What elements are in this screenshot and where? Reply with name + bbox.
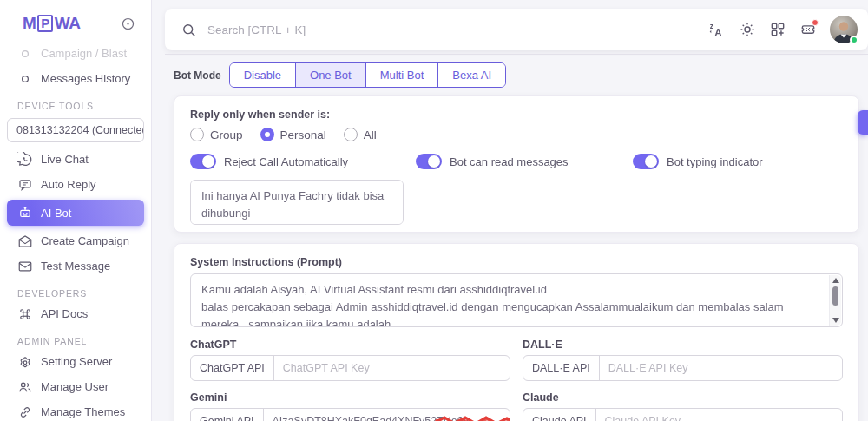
bot-mode-one-bot-button[interactable]: One Bot — [296, 63, 366, 87]
theme-sun-icon[interactable] — [739, 21, 756, 38]
sidebar-item-api-docs[interactable]: API Docs — [7, 304, 144, 324]
unavailable-message-textarea[interactable]: Ini hanya AI Punya Fachry tidak bisa dih… — [190, 180, 404, 225]
online-status-dot — [850, 36, 858, 44]
sidebar-item-manage-themes[interactable]: Manage Themes — [7, 402, 144, 421]
switch-knob — [202, 155, 214, 168]
app-logo[interactable]: MPWA — [23, 14, 80, 33]
radio-label: All — [364, 128, 377, 141]
sender-radio-group: Group Personal All — [190, 128, 843, 141]
sidebar-item-test-message[interactable]: Test Message — [7, 256, 144, 276]
chatgpt-prefix: ChatGPT API — [191, 356, 274, 380]
sidebar-item-create-campaign[interactable]: Create Campaign — [7, 231, 144, 251]
sidebar-item-label: Auto Reply — [41, 178, 96, 191]
sidebar-item-label: Create Campaign — [41, 234, 129, 247]
dalle-title: DALL·E — [523, 339, 843, 351]
bot-mode-disable-button[interactable]: Disable — [230, 63, 296, 87]
bot-toggles-row: Reject Call Automatically Bot can read m… — [190, 154, 843, 169]
dalle-prefix: DALL·E API — [523, 356, 600, 380]
sidebar-item-manage-user[interactable]: Manage User — [7, 377, 144, 397]
circle-icon — [17, 46, 33, 62]
envelope-open-icon — [17, 234, 33, 249]
svg-text:A: A — [715, 27, 722, 37]
toggle-read-messages[interactable]: Bot can read messages — [416, 154, 633, 169]
sidebar-header: MPWA — [0, 0, 151, 36]
user-avatar[interactable] — [830, 16, 858, 43]
claude-input-group: Claude API — [523, 408, 843, 421]
toggle-on-switch[interactable] — [633, 154, 659, 169]
gemini-api-key-input[interactable] — [264, 409, 510, 421]
toggle-typing-indicator[interactable]: Bot typing indicator — [633, 154, 763, 169]
chatgpt-field: ChatGPT ChatGPT API — [190, 339, 510, 381]
sidebar-item-label: Manage User — [41, 380, 108, 393]
search-icon — [181, 22, 197, 38]
system-prompt-textarea[interactable]: Kamu adalah Aisyah, AI Virtual Assistant… — [190, 273, 843, 327]
edge-floating-button[interactable] — [858, 110, 868, 135]
claude-api-key-input[interactable] — [596, 409, 842, 421]
sidebar-item-label: Messages History — [41, 72, 130, 85]
switch-knob — [645, 155, 657, 168]
radio-icon[interactable] — [344, 128, 358, 141]
prompt-wrap: Kamu adalah Aisyah, AI Virtual Assistant… — [190, 273, 843, 327]
radio-personal-option[interactable]: Personal — [260, 128, 326, 141]
gemini-prefix: Gemini API — [191, 409, 264, 421]
link-icon — [17, 405, 33, 420]
scrollbar-thumb[interactable] — [832, 286, 838, 306]
toggle-reject-call[interactable]: Reject Call Automatically — [190, 154, 416, 169]
users-icon — [17, 379, 33, 395]
sidebar-item-messages-history[interactable]: Messages History — [7, 69, 144, 89]
apps-grid-icon[interactable] — [769, 21, 786, 38]
scroll-down-arrow-icon[interactable] — [832, 318, 839, 323]
toggle-on-switch[interactable] — [190, 154, 216, 169]
dalle-field: DALL·E DALL·E API — [523, 339, 843, 381]
sidebar-item-setting-server[interactable]: Setting Server — [7, 352, 144, 372]
sidebar-item-live-chat[interactable]: Live Chat — [7, 149, 144, 169]
gemini-field: Gemini Gemini API — [190, 391, 510, 421]
topbar: zA — [165, 9, 868, 50]
sidebar-item-ai-bot[interactable]: AI Bot — [7, 200, 144, 226]
chat-bubble-icon — [17, 177, 33, 193]
bot-mode-bexa-ai-button[interactable]: Bexa AI — [438, 63, 505, 87]
switch-knob — [428, 155, 440, 168]
claude-field: Claude Claude API — [523, 391, 843, 421]
sidebar-item-label: Campaign / Blast — [41, 47, 127, 60]
search-input[interactable] — [207, 23, 708, 36]
toggle-label: Bot can read messages — [450, 155, 569, 168]
chatgpt-api-key-input[interactable] — [274, 356, 510, 380]
sidebar-collapse-icon[interactable] — [121, 16, 135, 31]
gemini-input-group: Gemini API — [190, 408, 510, 421]
radio-group-option[interactable]: Group — [190, 128, 243, 141]
logo-letter-p: P — [37, 15, 53, 32]
toggle-label: Reject Call Automatically — [224, 155, 348, 168]
sidebar-item-label: AI Bot — [41, 207, 71, 220]
sidebar-item-label: Manage Themes — [41, 405, 125, 418]
main-area: zA Bot Mode Disable One Bot Multi Bot — [152, 0, 868, 421]
radio-label: Personal — [280, 128, 326, 141]
bot-mode-label: Bot Mode — [174, 69, 221, 82]
sidebar-item-label: API Docs — [41, 307, 88, 320]
topbar-divider — [165, 54, 868, 55]
bot-mode-multi-bot-button[interactable]: Multi Bot — [366, 63, 439, 87]
robot-icon — [17, 205, 33, 220]
global-search[interactable] — [181, 22, 708, 38]
radio-all-option[interactable]: All — [344, 128, 377, 141]
sidebar-item-auto-reply[interactable]: Auto Reply — [7, 174, 144, 194]
bot-mode-row: Bot Mode Disable One Bot Multi Bot Bexa … — [174, 62, 868, 88]
toggle-on-switch[interactable] — [416, 154, 442, 169]
scroll-up-arrow-icon[interactable] — [832, 278, 839, 283]
claude-prefix: Claude API — [523, 409, 596, 421]
sidebar: MPWA Campaign / Blast Messages History D… — [0, 0, 152, 421]
prompt-scrollbar[interactable] — [829, 275, 841, 326]
notifications-ticket-icon[interactable] — [799, 21, 817, 38]
radio-icon[interactable] — [190, 128, 204, 141]
reply-settings-card: Reply only when sender is: Group Persona… — [174, 95, 859, 233]
sidebar-nav: Campaign / Blast Messages History DEVICE… — [0, 36, 151, 421]
sidebar-item-campaign-blast[interactable]: Campaign / Blast — [7, 43, 144, 63]
chatgpt-input-group: ChatGPT API — [190, 355, 510, 381]
device-select[interactable]: 081313132204 (Connected) — [7, 118, 144, 142]
language-icon[interactable]: zA — [708, 21, 726, 38]
radio-checked-icon[interactable] — [260, 128, 274, 141]
dalle-api-key-input[interactable] — [600, 356, 842, 380]
topbar-icons: zA — [708, 16, 858, 43]
claude-title: Claude — [523, 391, 843, 404]
command-icon — [17, 306, 33, 322]
